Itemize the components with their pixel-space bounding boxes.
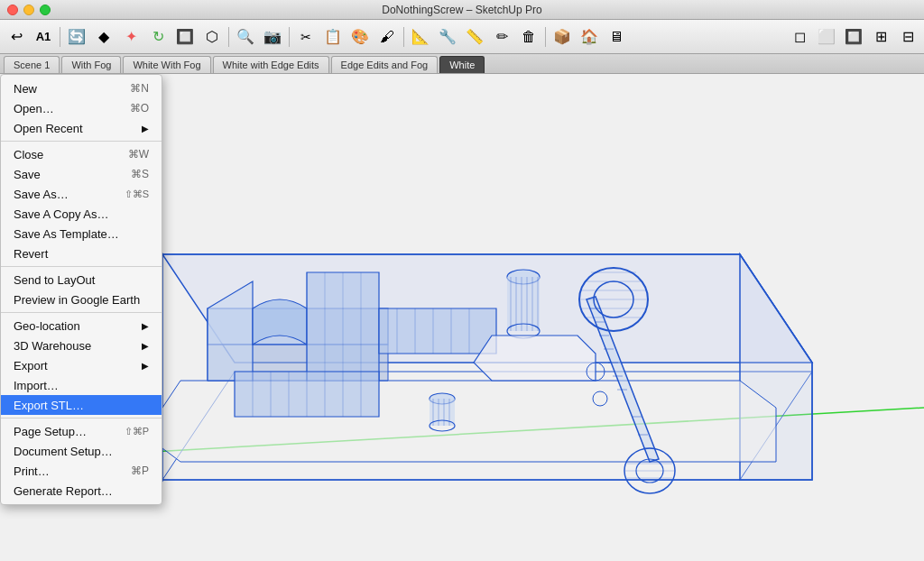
tab-scene1[interactable]: Scene 1	[4, 56, 60, 73]
menu-item-print[interactable]: Print… ⌘P	[1, 461, 162, 481]
menu-separator-1	[1, 141, 162, 142]
menu-item-export[interactable]: Export ▶	[1, 355, 162, 375]
toolbar-divider-1	[60, 27, 60, 47]
toolbar: ↩ A1 🔄 ◆ ✦ ↻ 🔲 ⬡ 🔍 📷 ✂ 📋 🎨 🖌 📐 🔧 📏 ✏ 🗑 📦…	[0, 20, 924, 54]
minimize-button[interactable]	[23, 5, 34, 15]
toolbar-icon-zoom[interactable]: 🔍	[233, 24, 258, 50]
toolbar-icon-text[interactable]: A1	[31, 24, 56, 50]
toolbar-icon-home[interactable]: 🏠	[577, 24, 602, 50]
toolbar-icon-shape[interactable]: ◆	[91, 24, 116, 50]
menu-item-save[interactable]: Save ⌘S	[1, 164, 162, 184]
toolbar-icon-rotate[interactable]: ↻	[145, 24, 171, 50]
toolbar-icon-brush[interactable]: 🖌	[374, 24, 400, 50]
svg-marker-24	[379, 308, 496, 354]
menu-item-document-setup[interactable]: Document Setup…	[1, 441, 162, 461]
toolbar-icon-hex[interactable]: ⬡	[199, 24, 225, 50]
maximize-button[interactable]	[40, 5, 51, 15]
main-area: New ⌘N Open… ⌘O Open Recent ▶ Close ⌘W S…	[0, 74, 924, 561]
toolbar-icon-box[interactable]: 📦	[550, 24, 575, 50]
toolbar-icon-star[interactable]: ✦	[118, 24, 143, 50]
menu-item-geo-location[interactable]: Geo-location ▶	[1, 316, 162, 336]
svg-rect-31	[507, 277, 540, 331]
toolbar-icon-extra5[interactable]: ⊟	[895, 24, 920, 50]
tab-edge-edits-fog[interactable]: Edge Edits and Fog	[331, 56, 439, 73]
svg-marker-46	[474, 336, 596, 381]
toolbar-icon-rect[interactable]: 🔲	[172, 24, 198, 50]
close-button[interactable]	[7, 5, 18, 15]
menu-item-preview-earth[interactable]: Preview in Google Earth	[1, 290, 162, 309]
toolbar-icon-camera[interactable]: 📷	[260, 24, 285, 50]
menu-item-open[interactable]: Open… ⌘O	[1, 98, 162, 118]
toolbar-icon-extra3[interactable]: 🔲	[841, 24, 866, 50]
toolbar-divider-3	[289, 27, 290, 47]
toolbar-icon-orbit[interactable]: 🔄	[64, 24, 89, 50]
toolbar-icon-measure[interactable]: 📐	[408, 24, 433, 50]
toolbar-icon-extra2[interactable]: ⬜	[814, 24, 839, 50]
menu-item-save-copy[interactable]: Save A Copy As…	[1, 204, 162, 224]
menu-item-3d-warehouse[interactable]: 3D Warehouse ▶	[1, 336, 162, 355]
tab-with-fog[interactable]: With Fog	[61, 56, 121, 73]
menu-separator-2	[1, 266, 162, 267]
toolbar-divider-2	[228, 27, 229, 47]
window-controls	[7, 5, 51, 15]
toolbar-icon-delete[interactable]: 🗑	[516, 24, 541, 50]
menu-separator-4	[1, 418, 162, 418]
tab-white-edge-edits[interactable]: White with Edge Edits	[213, 56, 329, 73]
toolbar-icon-pencil[interactable]: ✏	[489, 24, 514, 50]
toolbar-icon-paint[interactable]: 🎨	[347, 24, 373, 50]
menu-item-save-template[interactable]: Save As Template…	[1, 224, 162, 244]
menu-item-new[interactable]: New ⌘N	[1, 78, 162, 98]
toolbar-icon-cut[interactable]: ✂	[293, 24, 319, 50]
tab-white[interactable]: White	[439, 56, 485, 73]
toolbar-divider-4	[403, 27, 404, 47]
window-title: DoNothingScrew – SketchUp Pro	[382, 4, 541, 16]
menu-item-open-recent[interactable]: Open Recent ▶	[1, 118, 162, 138]
toolbar-icon-copy[interactable]: 📋	[320, 24, 346, 50]
file-menu: New ⌘N Open… ⌘O Open Recent ▶ Close ⌘W S…	[0, 74, 162, 505]
toolbar-icon-extra4[interactable]: ⊞	[868, 24, 893, 50]
menu-item-import[interactable]: Import…	[1, 375, 162, 395]
menu-item-export-stl[interactable]: Export STL…	[1, 395, 162, 415]
menu-item-close[interactable]: Close ⌘W	[1, 144, 162, 164]
toolbar-icon-wrench[interactable]: 🔧	[435, 24, 460, 50]
tabs-bar: Scene 1 With Fog White With Fog White wi…	[0, 54, 924, 74]
toolbar-divider-5	[545, 27, 546, 47]
menu-item-page-setup[interactable]: Page Setup… ⇧⌘P	[1, 421, 162, 441]
toolbar-icon-back[interactable]: ↩	[4, 24, 29, 50]
menu-item-revert[interactable]: Revert	[1, 244, 162, 263]
menu-separator-3	[1, 312, 162, 313]
tab-white-with-fog[interactable]: White With Fog	[123, 56, 210, 73]
toolbar-icon-extra1[interactable]: ◻	[787, 24, 812, 50]
menu-item-generate-report[interactable]: Generate Report…	[1, 481, 162, 501]
toolbar-icon-ruler[interactable]: 📏	[462, 24, 487, 50]
toolbar-icon-monitor[interactable]: 🖥	[604, 24, 629, 50]
menu-item-send-layout[interactable]: Send to LayOut	[1, 270, 162, 290]
title-bar: DoNothingScrew – SketchUp Pro	[0, 0, 924, 20]
menu-item-save-as[interactable]: Save As… ⇧⌘S	[1, 184, 162, 204]
